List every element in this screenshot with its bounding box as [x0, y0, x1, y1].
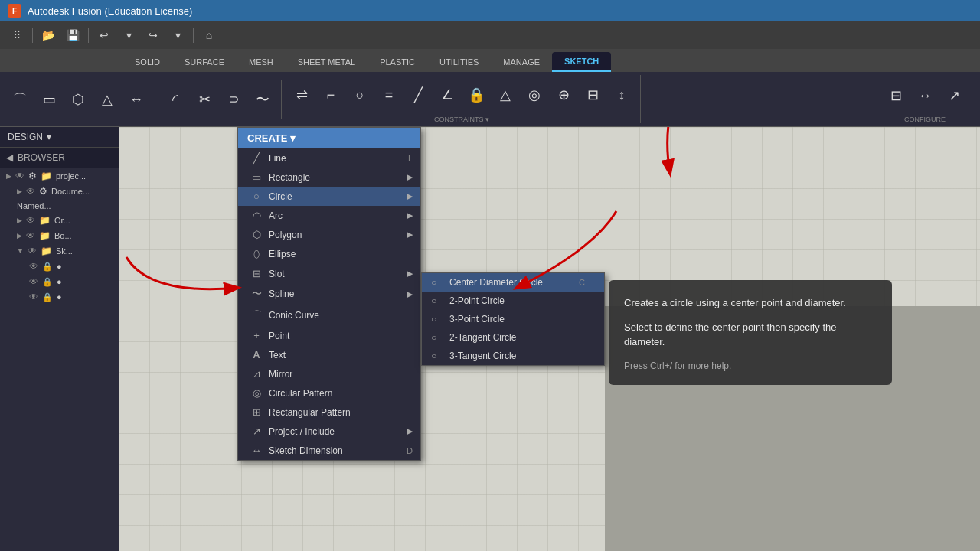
menu-item-project-include[interactable]: ↗ Project / Include ▶: [238, 422, 420, 441]
eye-icon-bo[interactable]: 👁: [26, 230, 35, 241]
config-tool3[interactable]: ↗: [940, 76, 968, 116]
redo-arrow-button[interactable]: ▾: [167, 24, 188, 46]
tri-tool[interactable]: △: [492, 75, 519, 115]
circle-menu-icon: ○: [250, 191, 263, 202]
undo-arrow-button[interactable]: ▾: [118, 24, 139, 46]
menu-item-arc[interactable]: ◠ Arc ▶: [238, 206, 420, 225]
submenu-item-3tangent[interactable]: ○ 3-Tangent Circle: [422, 347, 604, 365]
eye-icon-sub2[interactable]: 👁: [29, 276, 38, 287]
tab-plastic[interactable]: PLASTIC: [368, 52, 427, 72]
line-tool[interactable]: ⌒: [6, 80, 34, 119]
vert-tool[interactable]: ↕: [608, 75, 635, 115]
menu-item-polygon[interactable]: ⬡ Polygon ▶: [238, 225, 420, 244]
open-button[interactable]: 📂: [38, 24, 59, 46]
tab-mesh[interactable]: MESH: [237, 52, 286, 72]
lock-icon-sub1: 🔒: [42, 262, 53, 272]
design-label[interactable]: DESIGN ▾: [0, 127, 119, 148]
sidebar-item-sk[interactable]: ▼ 👁 📁 Sk...: [0, 243, 119, 259]
config-tool1[interactable]: ⊟: [882, 76, 910, 116]
rect-pattern-menu-icon: ⊞: [250, 406, 263, 418]
sidebar-label-or: Or...: [54, 216, 70, 225]
menu-item-slot[interactable]: ⊟ Slot ▶: [238, 264, 420, 283]
home-button[interactable]: ⌂: [198, 24, 220, 46]
tooltip-secondary: Select to define the center point then s…: [624, 320, 877, 350]
create-menu-header[interactable]: CREATE ▾: [238, 128, 420, 148]
eye-icon-doc[interactable]: 👁: [26, 186, 35, 197]
submenu-item-center-diameter[interactable]: ○ Center Diameter Circle C ⋯: [422, 273, 604, 292]
menu-item-circular-pattern[interactable]: ◎ Circular Pattern: [238, 383, 420, 403]
center-diameter-icon: ○: [431, 277, 443, 288]
sidebar-subitem-2[interactable]: 👁 🔒 ●: [0, 274, 119, 289]
menu-label-text: Text: [269, 350, 286, 360]
diagonal-tool[interactable]: ╱: [404, 75, 432, 115]
sidebar-item-bo[interactable]: ▶ 👁 📁 Bo...: [0, 228, 119, 243]
equals-tool[interactable]: =: [375, 75, 403, 115]
submenu-item-2tangent[interactable]: ○ 2-Tangent Circle: [422, 328, 604, 347]
angle-tool[interactable]: ∠: [433, 75, 461, 115]
undo-button[interactable]: ↩: [93, 24, 115, 46]
perp-tool[interactable]: ⌐: [317, 75, 345, 115]
menu-item-spline[interactable]: 〜 Spline ▶: [238, 283, 420, 305]
parallel-tool[interactable]: ⇌: [288, 75, 315, 115]
apps-button[interactable]: ⠿: [6, 24, 28, 46]
sidebar-item-document[interactable]: ▶ 👁 ⚙ Docume...: [0, 184, 119, 199]
menu-label-mirror: Mirror: [269, 369, 292, 380]
concentric-tool[interactable]: ◎: [521, 75, 548, 115]
rectangle-tool[interactable]: ▭: [35, 80, 63, 119]
sidebar-label-project: projec...: [56, 171, 86, 181]
conic-menu-icon: ⌒: [250, 308, 263, 322]
tab-manage[interactable]: MANAGE: [491, 52, 552, 72]
canvas-area[interactable]: CREATE ▾ ╱ Line L ▭ Rectangle ▶: [119, 127, 980, 551]
menu-item-line[interactable]: ╱ Line L: [238, 148, 420, 168]
sidebar-item-project[interactable]: ▶ 👁 ⚙ 📁 projec...: [0, 168, 119, 184]
polygon-tool[interactable]: ⬡: [64, 80, 92, 119]
sidebar-item-named[interactable]: Named...: [0, 199, 119, 213]
sketch-dim-shortcut: D: [407, 446, 413, 455]
save-button[interactable]: 💾: [62, 24, 83, 46]
circle-tool[interactable]: ○: [346, 75, 374, 115]
menu-item-ellipse[interactable]: ⬯ Ellipse: [238, 244, 420, 264]
create-label: CREATE ▾: [247, 132, 296, 144]
menu-item-rectangle[interactable]: ▭ Rectangle ▶: [238, 168, 420, 187]
browser-label: BROWSER: [18, 152, 65, 163]
config-tool2[interactable]: ↔: [911, 76, 939, 116]
menu-item-mirror[interactable]: ⊿ Mirror: [238, 364, 420, 383]
menu-item-point[interactable]: + Point: [238, 326, 420, 345]
submenu-item-3point[interactable]: ○ 3-Point Circle: [422, 310, 604, 328]
menu-item-sketch-dim[interactable]: ↔ Sketch Dimension D: [238, 441, 420, 460]
tab-surface[interactable]: SURFACE: [172, 52, 237, 72]
offset-tool[interactable]: ⊃: [220, 80, 247, 119]
dots-icon[interactable]: ⋯: [588, 278, 596, 288]
menu-item-conic[interactable]: ⌒ Conic Curve: [238, 305, 420, 326]
constraint-tools-group: ⇌ ⌐ ○ = ╱ ∠ 🔒 △ ◎ ⊕ ⊟ ↕ CONSTRAINTS ▾: [288, 75, 641, 123]
sym-tool[interactable]: ⊕: [550, 75, 577, 115]
arc-tool[interactable]: ◜: [162, 80, 189, 119]
spline-tool[interactable]: 〜: [249, 80, 276, 119]
cut-tool[interactable]: ✂: [191, 80, 218, 119]
eye-icon-sub3[interactable]: 👁: [29, 292, 38, 302]
tooltip: Creates a circle using a center point an…: [609, 280, 892, 385]
menu-item-rect-pattern[interactable]: ⊞ Rectangular Pattern: [238, 403, 420, 422]
redo-button[interactable]: ↪: [142, 24, 164, 46]
submenu-item-2point[interactable]: ○ 2-Point Circle: [422, 292, 604, 310]
tab-solid[interactable]: SOLID: [122, 52, 172, 72]
eye-icon-or[interactable]: 👁: [26, 215, 35, 226]
horiz-tool[interactable]: ⊟: [579, 75, 606, 115]
triangle-tool[interactable]: △: [93, 80, 121, 119]
menu-item-text[interactable]: A Text: [238, 345, 420, 364]
eye-icon-project[interactable]: 👁: [15, 171, 24, 181]
lock-tool[interactable]: 🔒: [462, 75, 490, 115]
eye-icon-sub1[interactable]: 👁: [29, 261, 38, 272]
back-arrow[interactable]: ◀: [6, 152, 13, 163]
spline-menu-icon: 〜: [250, 287, 263, 301]
tab-sheet-metal[interactable]: SHEET METAL: [286, 52, 368, 72]
menu-item-circle[interactable]: ○ Circle ▶: [238, 187, 420, 206]
tab-utilities[interactable]: UTILITIES: [427, 52, 491, 72]
eye-icon-sk[interactable]: 👁: [28, 246, 37, 256]
sidebar-subitem-1[interactable]: 👁 🔒 ●: [0, 259, 119, 274]
dimension-tool[interactable]: ↔: [122, 80, 150, 119]
menu-label-point: Point: [269, 331, 289, 341]
tab-sketch[interactable]: SKETCH: [552, 52, 611, 72]
sidebar-item-or[interactable]: ▶ 👁 📁 Or...: [0, 213, 119, 228]
sidebar-subitem-3[interactable]: 👁 🔒 ●: [0, 289, 119, 305]
